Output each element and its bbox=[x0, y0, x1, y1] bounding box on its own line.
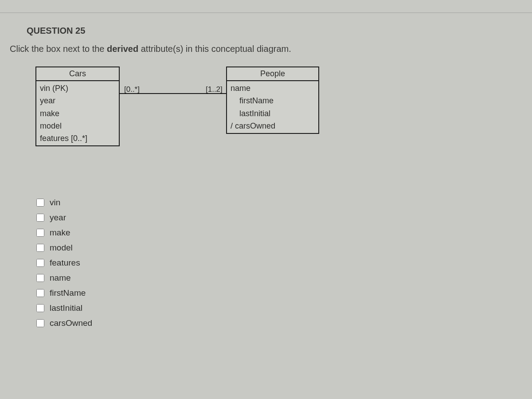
uml-people-attr-firstname: firstName bbox=[227, 94, 318, 107]
option-label: make bbox=[50, 228, 70, 238]
option-row[interactable]: make bbox=[36, 225, 528, 240]
option-label: firstName bbox=[50, 288, 86, 298]
top-divider bbox=[0, 12, 532, 13]
content-indent: Cars vin (PK) year make model features [… bbox=[4, 66, 528, 331]
option-row[interactable]: year bbox=[36, 210, 528, 225]
uml-class-people: People name firstName lastInitial / cars… bbox=[226, 66, 319, 134]
option-row[interactable]: firstName bbox=[36, 286, 528, 301]
option-row[interactable]: carsOwned bbox=[36, 316, 528, 331]
uml-cars-attr: vin (PK) bbox=[36, 82, 119, 94]
uml-people-title: People bbox=[227, 67, 318, 81]
option-row[interactable]: lastInitial bbox=[36, 301, 528, 316]
option-checkbox[interactable] bbox=[36, 304, 44, 312]
uml-people-attr-name: name bbox=[227, 82, 318, 94]
option-row[interactable]: name bbox=[36, 270, 528, 286]
option-checkbox[interactable] bbox=[36, 214, 44, 222]
question-page: QUESTION 25 Click the box next to the de… bbox=[0, 0, 532, 399]
option-row[interactable]: vin bbox=[36, 195, 528, 210]
option-checkbox[interactable] bbox=[36, 229, 44, 237]
option-checkbox[interactable] bbox=[36, 319, 44, 327]
option-label: year bbox=[50, 213, 66, 223]
option-label: name bbox=[50, 273, 71, 283]
option-row[interactable]: model bbox=[36, 240, 528, 255]
prompt-prefix: Click the box next to the bbox=[10, 44, 107, 54]
uml-cars-attr: features [0..*] bbox=[36, 132, 119, 145]
uml-cars-attr: model bbox=[36, 120, 119, 132]
option-label: vin bbox=[50, 198, 60, 207]
option-label: lastInitial bbox=[50, 303, 82, 313]
uml-cars-body: vin (PK) year make model features [0..*] bbox=[36, 81, 119, 145]
uml-people-attr-lastinitial: lastInitial bbox=[227, 107, 318, 120]
uml-multiplicity-left: [0..*] bbox=[124, 85, 140, 94]
option-checkbox[interactable] bbox=[36, 244, 44, 252]
uml-cars-attr: make bbox=[36, 107, 119, 120]
uml-class-cars: Cars vin (PK) year make model features [… bbox=[35, 66, 120, 146]
option-checkbox[interactable] bbox=[36, 259, 44, 267]
prompt-suffix: attribute(s) in this conceptual diagram. bbox=[138, 44, 291, 54]
option-checkbox[interactable] bbox=[36, 274, 44, 282]
option-label: features bbox=[50, 258, 80, 268]
option-checkbox[interactable] bbox=[36, 289, 44, 297]
uml-people-attr-carsowned: / carsOwned bbox=[227, 120, 318, 132]
answer-options: vinyearmakemodelfeaturesnamefirstNamelas… bbox=[35, 191, 528, 331]
uml-multiplicity-right: [1..2] bbox=[206, 85, 223, 94]
option-label: carsOwned bbox=[50, 318, 92, 328]
option-label: model bbox=[50, 243, 73, 253]
uml-people-body: name firstName lastInitial / carsOwned bbox=[227, 81, 318, 133]
question-prompt: Click the box next to the derived attrib… bbox=[4, 44, 528, 66]
prompt-bold: derived bbox=[107, 44, 138, 54]
uml-cars-attr: year bbox=[36, 94, 119, 107]
option-checkbox[interactable] bbox=[36, 199, 44, 207]
uml-cars-title: Cars bbox=[36, 67, 119, 81]
uml-diagram: Cars vin (PK) year make model features [… bbox=[35, 66, 528, 182]
option-row[interactable]: features bbox=[36, 255, 528, 270]
question-number: QUESTION 25 bbox=[4, 18, 528, 44]
